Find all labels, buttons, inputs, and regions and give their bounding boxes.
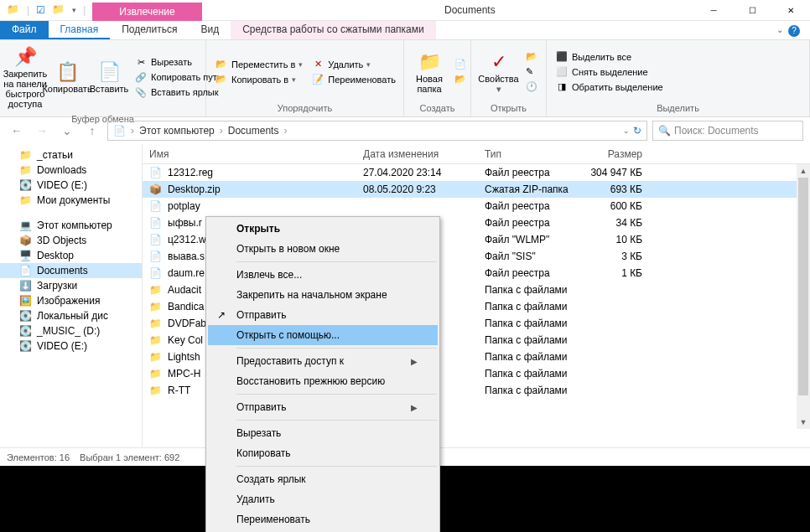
tab-share[interactable]: Поделиться	[110, 21, 189, 39]
context-menu-item[interactable]: Извлечь все...	[208, 265, 438, 285]
column-date[interactable]: Дата изменения	[356, 145, 478, 163]
ribbon-group-select: Выделить	[552, 101, 804, 115]
minimize-button[interactable]: ─	[694, 0, 733, 21]
forward-button[interactable]: →	[32, 121, 52, 141]
file-name: ц2312.w	[168, 234, 206, 245]
move-to-button[interactable]: 📂Переместить в▾	[211, 57, 306, 71]
nav-item[interactable]: ⬇️Загрузки	[0, 278, 142, 293]
qat-dropdown-icon[interactable]: ▾	[72, 6, 76, 14]
file-size: 1 КБ	[583, 264, 650, 282]
context-menu-item[interactable]: ↗Отправить	[208, 305, 438, 325]
context-menu-separator	[236, 394, 437, 395]
address-bar[interactable]: 📄 › Этот компьютер › Documents › ⌄ ↻	[107, 121, 647, 141]
breadcrumb-documents[interactable]: Documents	[228, 125, 279, 137]
nav-label: Изображения	[37, 295, 100, 307]
paste-button[interactable]: 📄 Вставить	[89, 42, 129, 112]
ribbon-group-open: Открыть	[476, 101, 541, 115]
drive-icon: 💻	[18, 220, 32, 231]
open-button[interactable]: 📂	[522, 49, 541, 64]
context-menu-item[interactable]: Удалить	[208, 489, 438, 509]
nav-item[interactable]: 📁Мои документы	[0, 193, 142, 208]
context-menu-item[interactable]: Отправить▶	[208, 397, 438, 417]
column-type[interactable]: Тип	[478, 145, 583, 163]
nav-item[interactable]: 💽VIDEO (E:)	[0, 178, 142, 193]
copy-button[interactable]: 📋 Копировать	[47, 42, 87, 112]
select-all-button[interactable]: ⬛Выделить все	[552, 49, 667, 64]
easy-access-button[interactable]: 📂	[451, 72, 470, 86]
recent-locations-button[interactable]: ⌄	[57, 121, 77, 141]
shortcut-icon: 📎	[134, 87, 148, 98]
context-menu-item[interactable]: Закрепить на начальном экране	[208, 285, 438, 305]
scroll-down-icon[interactable]: ▼	[797, 416, 810, 429]
file-type: Папка с файлами	[478, 348, 583, 366]
scrollbar[interactable]: ▲ ▼	[797, 164, 810, 429]
history-button[interactable]: 🕐	[522, 80, 541, 94]
context-menu-item[interactable]: Копировать	[208, 443, 438, 463]
contextual-tab-extract[interactable]: Извлечение	[92, 3, 201, 21]
nav-item[interactable]: 💽_MUSIC_ (D:)	[0, 323, 142, 338]
file-row[interactable]: 📄potplay Файл реестра 600 КБ	[143, 198, 810, 214]
context-menu-label: Отправить	[236, 401, 287, 413]
qat-check-icon[interactable]: ☑	[36, 4, 45, 16]
context-menu-item[interactable]: Открыть	[208, 219, 438, 239]
help-icon[interactable]: ?	[788, 25, 800, 37]
new-folder-button[interactable]: 📁 Новая папка	[409, 42, 449, 101]
file-name: R-TT	[168, 385, 190, 396]
nav-item[interactable]: 📁Downloads	[0, 163, 142, 178]
context-menu-item[interactable]: Переименовать	[208, 509, 438, 529]
pin-icon: 📌	[14, 45, 37, 69]
scissors-icon: ✂	[134, 57, 148, 68]
select-none-button[interactable]: ⬜Снять выделение	[552, 65, 667, 79]
tab-compressed-tools[interactable]: Средства работы со сжатыми папками	[231, 21, 436, 39]
file-icon: 📄	[149, 167, 163, 178]
address-dropdown-icon[interactable]: ⌄	[623, 127, 630, 135]
close-button[interactable]: ✕	[771, 0, 810, 21]
column-size[interactable]: Размер	[583, 145, 650, 163]
scroll-thumb[interactable]	[798, 178, 808, 395]
context-menu: ОткрытьОткрыть в новом окнеИзвлечь все..…	[205, 216, 440, 532]
context-menu-item[interactable]: Создать ярлык	[208, 469, 438, 489]
ribbon-collapse-icon[interactable]: ⌄	[776, 25, 783, 34]
copy-to-button[interactable]: 📂Копировать в▾	[211, 72, 306, 86]
nav-item[interactable]: 💻Этот компьютер	[0, 218, 142, 233]
pin-quick-access-button[interactable]: 📌 Закрепить на панели быстрого доступа	[5, 42, 45, 112]
move-icon: 📂	[215, 59, 228, 70]
up-button[interactable]: ↑	[82, 121, 102, 141]
column-name[interactable]: Имя	[143, 145, 356, 163]
context-menu-item[interactable]: Открыть в новом окне	[208, 239, 438, 259]
edit-button[interactable]: ✎	[522, 65, 541, 79]
invert-selection-button[interactable]: ◨Обратить выделение	[552, 80, 667, 94]
back-button[interactable]: ←	[7, 121, 27, 141]
invert-icon: ◨	[555, 81, 569, 92]
nav-item[interactable]: 🖼️Изображения	[0, 293, 142, 308]
tab-view[interactable]: Вид	[189, 21, 231, 39]
refresh-button[interactable]: ↻	[633, 125, 641, 137]
properties-button[interactable]: ✓ Свойства ▾	[476, 42, 521, 101]
delete-button[interactable]: ✕Удалить▾	[308, 57, 399, 71]
file-row[interactable]: 📦Desktop.zip 08.05.2020 9:23 Сжатая ZIP-…	[143, 181, 810, 198]
file-date: 27.04.2020 23:14	[356, 163, 478, 182]
nav-item[interactable]: 📁_статьи	[0, 147, 142, 163]
context-menu-item[interactable]: Открыть с помощью...	[208, 325, 438, 345]
scroll-up-icon[interactable]: ▲	[797, 164, 810, 178]
drive-icon: 💽	[18, 340, 32, 352]
file-size: 304 947 КБ	[583, 163, 650, 182]
nav-item[interactable]: 📄Documents	[0, 263, 142, 278]
rename-button[interactable]: 📝Переименовать	[308, 72, 399, 86]
maximize-button[interactable]: ☐	[733, 0, 771, 21]
tab-file[interactable]: Файл	[0, 21, 49, 39]
new-item-button[interactable]: 📄	[451, 57, 470, 71]
tab-home[interactable]: Главная	[49, 21, 111, 39]
breadcrumb-this-pc[interactable]: Этот компьютер	[139, 125, 215, 137]
context-menu-label: Копировать	[236, 447, 291, 459]
search-box[interactable]: 🔍 Поиск: Documents	[652, 121, 803, 141]
context-menu-item[interactable]: Восстановить прежнюю версию	[208, 371, 438, 391]
context-menu-item[interactable]: Предоставить доступ к▶	[208, 351, 438, 371]
nav-item[interactable]: 💽VIDEO (E:)	[0, 338, 142, 354]
nav-item[interactable]: 💽Локальный дис	[0, 308, 142, 323]
copy-to-icon: 📂	[215, 74, 228, 85]
file-row[interactable]: 📄12312.reg 27.04.2020 23:14 Файл реестра…	[143, 164, 810, 181]
nav-item[interactable]: 🖥️Desktop	[0, 248, 142, 263]
context-menu-item[interactable]: Вырезать	[208, 423, 438, 443]
nav-item[interactable]: 📦3D Objects	[0, 233, 142, 248]
